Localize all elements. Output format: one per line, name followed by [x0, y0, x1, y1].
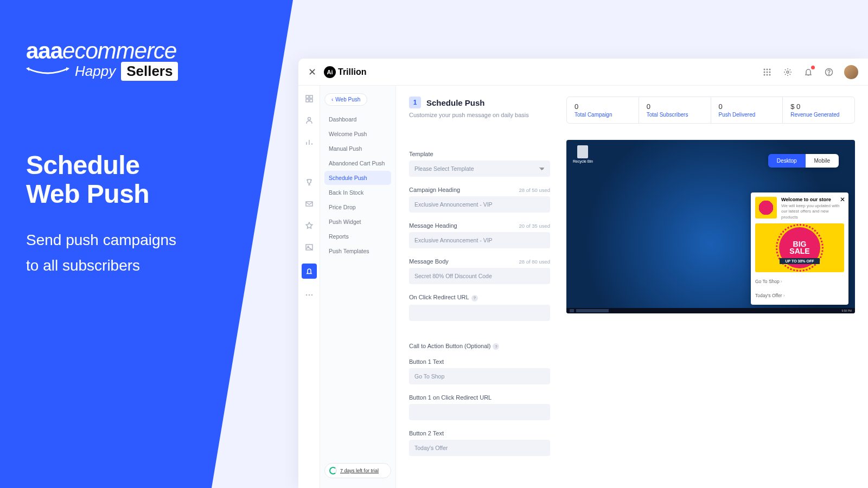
- svg-point-3: [767, 68, 768, 70]
- help-tooltip-icon[interactable]: ?: [471, 295, 478, 301]
- app-window: ✕ AiTrillion ‹ Web Push DashboardW: [298, 59, 868, 488]
- notification-card: ✕ Welcome to our store We will keep you …: [751, 192, 848, 305]
- svg-rect-15: [310, 95, 312, 98]
- promo-logo: aaaecommerce: [26, 38, 178, 64]
- btn1-url-input[interactable]: [409, 404, 550, 420]
- stat-cell: 0Total Subscribers: [639, 97, 711, 123]
- stats-row: 0Total Campaign0Total Subscribers0Push D…: [566, 97, 855, 124]
- svg-point-24: [311, 294, 312, 296]
- sidebar-item-welcome-push[interactable]: Welcome Push: [324, 127, 391, 141]
- svg-point-4: [769, 68, 771, 70]
- progress-ring-icon: [329, 467, 337, 474]
- svg-rect-14: [306, 95, 309, 98]
- app-brand: AiTrillion: [324, 66, 366, 78]
- stat-cell: $ 0Revenue Generated: [783, 97, 854, 123]
- svg-rect-19: [306, 202, 312, 206]
- svg-rect-17: [310, 99, 312, 102]
- stat-cell: 0Push Delivered: [711, 97, 783, 123]
- trophy-icon[interactable]: [304, 177, 315, 188]
- sidebar-item-schedule-push[interactable]: Schedule Push: [324, 171, 391, 185]
- notification-link-1[interactable]: Go To Shop: [755, 277, 844, 286]
- message-body-hint: 28 of 80 used: [519, 259, 550, 265]
- sidebar-item-push-templates[interactable]: Push Templates: [324, 244, 391, 258]
- message-body-input[interactable]: [409, 268, 550, 284]
- page-title: Schedule Push: [426, 98, 485, 107]
- desktop-preview: Recycle Bin Desktop Mobile ✕ Welcome to …: [566, 140, 855, 313]
- svg-rect-16: [306, 99, 309, 102]
- user-icon[interactable]: [304, 115, 315, 126]
- star-icon[interactable]: [304, 220, 315, 231]
- more-icon[interactable]: [304, 290, 315, 300]
- help-tooltip-icon[interactable]: ?: [493, 343, 499, 350]
- smile-icon: [26, 66, 69, 77]
- trial-badge[interactable]: 7 days left for trial: [324, 463, 391, 478]
- mail-icon[interactable]: [304, 198, 315, 209]
- back-button[interactable]: ‹ Web Push: [324, 93, 367, 106]
- avatar[interactable]: [844, 65, 858, 79]
- notification-thumbnail: [755, 197, 777, 219]
- icon-rail: [298, 86, 320, 488]
- btn2-text-input[interactable]: [409, 440, 550, 456]
- sidebar-item-manual-push[interactable]: Manual Push: [324, 142, 391, 156]
- close-icon[interactable]: ✕: [840, 196, 845, 203]
- svg-point-13: [829, 74, 829, 74]
- close-icon[interactable]: ✕: [308, 66, 316, 78]
- sidebar-item-back-in-stock[interactable]: Back In Stock: [324, 185, 391, 200]
- step-number: 1: [409, 97, 421, 108]
- stat-cell: 0Total Campaign: [567, 97, 639, 123]
- svg-point-8: [764, 74, 765, 75]
- svg-point-7: [769, 71, 771, 73]
- message-heading-label: Message Heading: [409, 222, 457, 229]
- svg-point-18: [308, 118, 310, 120]
- svg-point-11: [787, 71, 789, 73]
- campaign-heading-hint: 28 of 50 used: [519, 187, 550, 193]
- svg-marker-1: [26, 67, 29, 71]
- svg-point-5: [764, 71, 765, 73]
- recycle-bin-icon: Recycle Bin: [573, 145, 593, 163]
- bell-icon[interactable]: [803, 67, 814, 78]
- notification-hero: BIG SALE UP TO 30% OFF: [755, 223, 844, 272]
- campaign-heading-input[interactable]: [409, 196, 550, 213]
- notification-link-2[interactable]: Today's Offer: [755, 291, 844, 300]
- redirect-url-input[interactable]: [409, 305, 550, 321]
- apps-icon[interactable]: [762, 67, 773, 78]
- campaign-heading-label: Campaign Heading: [409, 187, 460, 193]
- image-icon[interactable]: [304, 242, 315, 253]
- sidebar-item-reports[interactable]: Reports: [324, 229, 391, 243]
- btn2-text-label: Button 2 Text: [409, 430, 444, 436]
- promo-description: Send push campaigns to all subscribers: [26, 227, 178, 279]
- notification-title: Welcome to our store: [781, 197, 844, 202]
- svg-point-9: [767, 74, 768, 75]
- notification-description: We will keep you updated with our latest…: [781, 203, 844, 220]
- sub-sidebar: ‹ Web Push DashboardWelcome PushManual P…: [320, 86, 396, 488]
- promo-title: Schedule Web Push: [26, 151, 178, 209]
- dashboard-icon[interactable]: [304, 93, 315, 104]
- desktop-tab[interactable]: Desktop: [768, 154, 806, 168]
- message-heading-input[interactable]: [409, 232, 550, 248]
- btn1-text-label: Button 1 Text: [409, 358, 444, 365]
- sidebar-item-abandoned-cart-push[interactable]: Abandoned Cart Push: [324, 156, 391, 170]
- redirect-url-label: On Click Redirect URL?: [409, 294, 478, 301]
- svg-point-2: [764, 68, 765, 70]
- btn1-text-input[interactable]: [409, 368, 550, 384]
- template-label: Template: [409, 151, 433, 157]
- svg-marker-0: [66, 67, 69, 71]
- page-subtitle: Customize your push message on daily bas…: [409, 112, 550, 118]
- help-icon[interactable]: [824, 67, 834, 78]
- sidebar-item-dashboard[interactable]: Dashboard: [324, 112, 391, 126]
- svg-point-10: [769, 74, 771, 75]
- bell-nav-icon[interactable]: [302, 264, 317, 279]
- svg-point-23: [308, 294, 310, 296]
- app-header: ✕ AiTrillion: [298, 59, 868, 86]
- windows-taskbar: 9:58 PM: [566, 308, 855, 313]
- sidebar-item-price-drop[interactable]: Price Drop: [324, 200, 391, 214]
- svg-point-22: [305, 294, 307, 296]
- gear-icon[interactable]: [782, 67, 793, 78]
- analytics-icon[interactable]: [304, 137, 315, 147]
- svg-point-6: [767, 71, 768, 73]
- template-select[interactable]: Please Select Template: [409, 160, 550, 177]
- mobile-tab[interactable]: Mobile: [806, 154, 839, 168]
- message-heading-hint: 20 of 35 used: [519, 223, 550, 229]
- promo-logo-sub: Happy Sellers: [26, 62, 178, 81]
- sidebar-item-push-widget[interactable]: Push Widget: [324, 215, 391, 229]
